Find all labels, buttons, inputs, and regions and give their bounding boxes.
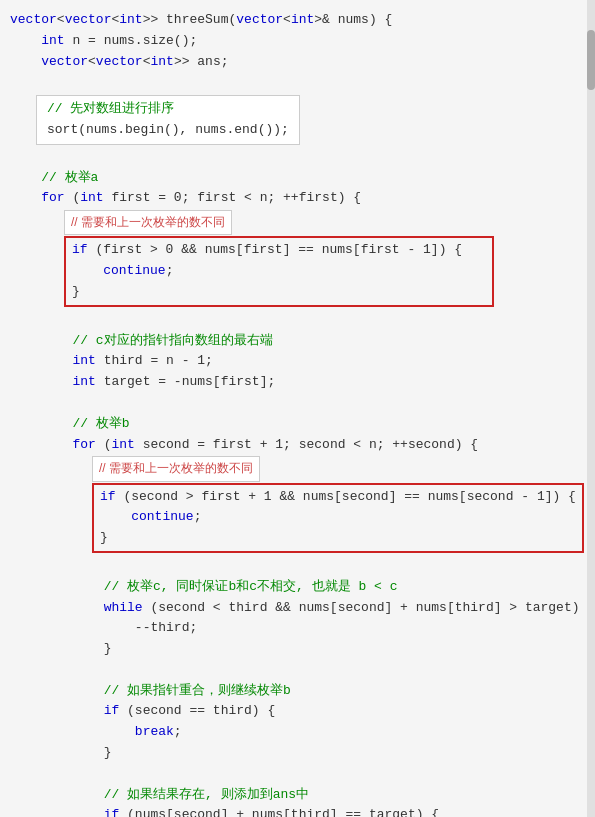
- scrollbar[interactable]: [587, 0, 595, 817]
- code-line: }: [8, 639, 587, 660]
- code-line: // 如果指针重合，则继续枚举b: [8, 681, 587, 702]
- highlight-box-1: if (first > 0 && nums[first] == nums[fir…: [64, 236, 494, 306]
- code-line: if (second > first + 1 && nums[second] =…: [98, 487, 578, 508]
- code-line: [8, 72, 587, 93]
- code-line: if (nums[second] + nums[third] == target…: [8, 805, 587, 817]
- code-line: [8, 556, 587, 577]
- code-editor: vector<vector<int>> threeSum(vector<int>…: [0, 0, 595, 817]
- scrollbar-thumb[interactable]: [587, 30, 595, 90]
- code-line: break;: [8, 722, 587, 743]
- code-line: [8, 764, 587, 785]
- code-line: [8, 660, 587, 681]
- code-line: while (second < third && nums[second] + …: [8, 598, 587, 619]
- tooltip-1: // 需要和上一次枚举的数不同: [64, 210, 232, 235]
- code-line: int third = n - 1;: [8, 351, 587, 372]
- code-line: vector<vector<int>> threeSum(vector<int>…: [8, 10, 587, 31]
- code-line: // 枚举b: [8, 414, 587, 435]
- code-line: sort(nums.begin(), nums.end());: [45, 120, 291, 141]
- tooltip-2: // 需要和上一次枚举的数不同: [92, 456, 260, 481]
- code-line: continue;: [98, 507, 578, 528]
- code-line: [8, 393, 587, 414]
- code-line: int n = nums.size();: [8, 31, 587, 52]
- code-line: // c对应的指针指向数组的最右端: [8, 331, 587, 352]
- code-line: --third;: [8, 618, 587, 639]
- code-line: [8, 147, 587, 168]
- code-line: }: [98, 528, 578, 549]
- code-line: // 先对数组进行排序: [45, 99, 291, 120]
- highlight-box-2: if (second > first + 1 && nums[second] =…: [92, 483, 584, 553]
- code-line: continue;: [70, 261, 488, 282]
- code-line: for (int first = 0; first < n; ++first) …: [8, 188, 587, 209]
- code-line: }: [70, 282, 488, 303]
- code-line: vector<vector<int>> ans;: [8, 52, 587, 73]
- code-line: if (first > 0 && nums[first] == nums[fir…: [70, 240, 488, 261]
- code-line: // 如果结果存在, 则添加到ans中: [8, 785, 587, 806]
- code-line: }: [8, 743, 587, 764]
- code-line: int target = -nums[first];: [8, 372, 587, 393]
- code-line: [8, 310, 587, 331]
- code-line: // 枚举a: [8, 168, 587, 189]
- code-line: // 枚举c, 同时保证b和c不相交, 也就是 b < c: [8, 577, 587, 598]
- code-line: if (second == third) {: [8, 701, 587, 722]
- code-line: for (int second = first + 1; second < n;…: [8, 435, 587, 456]
